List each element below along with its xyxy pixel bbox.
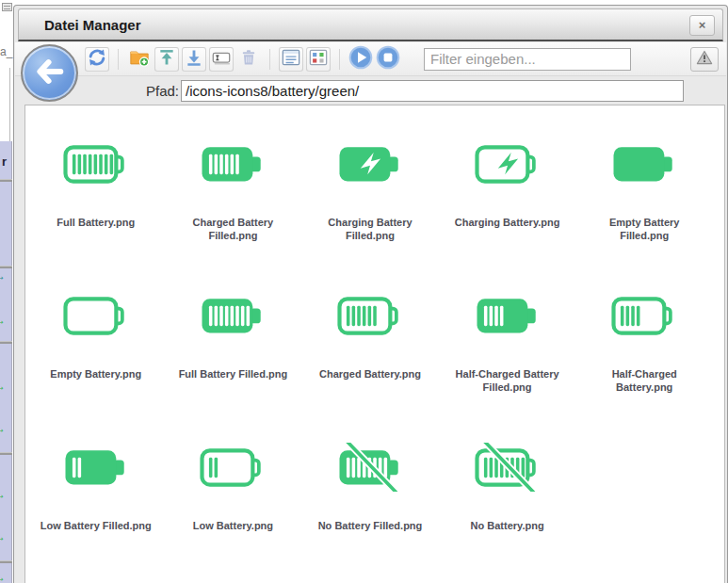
empty-outline-battery-icon xyxy=(62,291,130,340)
list-view-icon xyxy=(281,48,301,71)
upload-icon xyxy=(157,48,176,71)
background-row-divider xyxy=(0,179,12,182)
file-name-label: No Battery Filled.png xyxy=(318,519,423,532)
file-item[interactable]: Charging Battery Filled.png xyxy=(301,139,439,291)
background-row-glyph: r xyxy=(2,154,7,169)
half-filled-battery-icon xyxy=(474,291,542,340)
file-name-label: Low Battery.png xyxy=(193,519,273,532)
charging-filled-battery-icon xyxy=(336,139,404,188)
background-arrow-icon: → xyxy=(0,424,6,433)
background-row-divider xyxy=(0,452,12,455)
no-outline-battery-icon xyxy=(474,443,542,492)
file-item[interactable]: Charged Battery Filled.png xyxy=(165,139,302,291)
file-item[interactable]: Low Battery Filled.png xyxy=(27,443,165,583)
refresh-button[interactable] xyxy=(85,47,109,72)
toolbar-separator xyxy=(118,49,119,70)
full-outline-battery-icon xyxy=(62,139,130,188)
thumbnail-view-button[interactable] xyxy=(306,47,331,72)
file-grid: Full Battery.pngCharged Battery Filled.p… xyxy=(25,105,724,583)
close-button[interactable]: × xyxy=(689,15,715,36)
file-name-label: Charged Battery Filled.png xyxy=(177,216,288,242)
background-arrow-icon: → xyxy=(0,316,6,325)
file-name-label: Half-Charged Battery.png xyxy=(589,367,700,394)
background-arrow-icon: → xyxy=(0,532,6,542)
arrow-left-icon xyxy=(34,56,66,91)
file-item[interactable]: No Battery.png xyxy=(439,443,576,583)
warning-button[interactable] xyxy=(690,47,719,72)
background-window-icon xyxy=(2,3,12,11)
file-item[interactable]: Full Battery.png xyxy=(27,139,165,291)
empty-filled-battery-icon xyxy=(610,139,678,188)
file-list-panel: Full Battery.pngCharged Battery Filled.p… xyxy=(24,105,725,583)
toolbar-separator xyxy=(269,49,270,70)
delete-button[interactable] xyxy=(236,47,261,72)
list-view-button[interactable] xyxy=(279,47,303,72)
warning-icon xyxy=(696,50,713,69)
path-input[interactable] xyxy=(181,80,684,102)
file-name-label: Low Battery Filled.png xyxy=(40,519,152,532)
play-icon xyxy=(348,45,373,73)
background-arrow-icon: → xyxy=(0,271,6,281)
file-name-label: Full Battery Filled.png xyxy=(179,367,288,381)
low-filled-battery-icon xyxy=(62,443,130,492)
file-name-label: No Battery.png xyxy=(471,519,544,532)
file-item[interactable]: Half-Charged Battery Filled.png xyxy=(439,291,576,443)
background-arrow-icon: → xyxy=(0,573,6,582)
file-name-label: Half-Charged Battery Filled.png xyxy=(452,367,563,394)
file-name-label: Charging Battery.png xyxy=(455,216,560,229)
background-row-divider xyxy=(0,560,12,563)
file-item[interactable]: Empty Battery Filled.png xyxy=(575,139,713,291)
window-titlebar[interactable]: Datei Manager × xyxy=(18,8,723,41)
datei-manager-window: Datei Manager × xyxy=(13,5,728,583)
file-item[interactable]: Half-Charged Battery.png xyxy=(575,291,713,443)
stop-icon xyxy=(376,45,400,73)
window-title: Datei Manager xyxy=(19,17,141,33)
background-row-strip: r →→→→→→→ xyxy=(0,141,12,583)
download-icon xyxy=(185,48,203,71)
trash-icon xyxy=(239,48,258,71)
file-name-label: Empty Battery.png xyxy=(50,367,141,381)
back-button[interactable] xyxy=(21,44,78,102)
refresh-icon xyxy=(87,47,107,72)
path-row: Pfad: xyxy=(15,76,726,105)
stop-button[interactable] xyxy=(376,47,400,72)
file-name-label: Full Battery.png xyxy=(57,216,135,229)
filter-input[interactable] xyxy=(424,48,631,71)
text-field-icon xyxy=(210,47,233,72)
rename-button[interactable] xyxy=(209,47,234,72)
half-outline-battery-icon xyxy=(610,291,678,340)
charged-outline-battery-icon xyxy=(336,291,404,340)
file-item[interactable]: Empty Battery.png xyxy=(27,291,165,443)
file-item[interactable]: Charging Battery.png xyxy=(439,139,576,291)
background-tab-text: a_ xyxy=(0,45,12,58)
background-row-divider xyxy=(0,341,12,344)
thumbnail-view-icon xyxy=(308,48,329,71)
toolbar-separator xyxy=(339,49,340,70)
file-name-label: Empty Battery Filled.png xyxy=(589,216,700,242)
file-name-label: Charged Battery.png xyxy=(319,367,421,381)
file-name-label: Charging Battery Filled.png xyxy=(315,216,426,242)
low-outline-battery-icon xyxy=(199,443,267,492)
start-button[interactable] xyxy=(348,47,373,72)
charged-filled-battery-icon xyxy=(199,139,267,188)
background-arrow-icon: → xyxy=(0,490,6,499)
file-item[interactable]: No Battery Filled.png xyxy=(301,443,439,583)
background-row-divider xyxy=(0,266,12,268)
upload-button[interactable] xyxy=(154,47,179,72)
file-item[interactable]: Charged Battery.png xyxy=(301,291,439,443)
background-panel-edge xyxy=(9,68,10,143)
full-filled-battery-icon xyxy=(199,291,267,340)
toolbar xyxy=(15,42,726,76)
file-item[interactable]: Low Battery.png xyxy=(165,443,302,583)
background-app-fragment: a_ r →→→→→→→ xyxy=(0,0,13,583)
new-folder-button[interactable] xyxy=(127,47,152,72)
charging-outline-battery-icon xyxy=(474,139,542,188)
no-filled-battery-icon xyxy=(336,443,404,492)
file-item[interactable]: Full Battery Filled.png xyxy=(165,291,302,443)
new-folder-icon xyxy=(129,47,150,72)
download-button[interactable] xyxy=(182,47,206,72)
background-arrow-icon: → xyxy=(0,381,6,391)
